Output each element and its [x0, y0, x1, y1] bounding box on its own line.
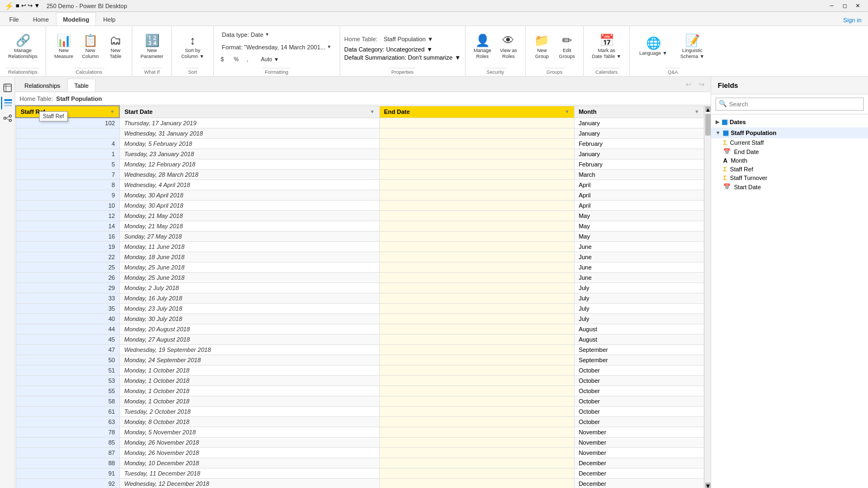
cell-month: August: [574, 324, 704, 335]
data-type-dropdown[interactable]: Data type: Date ▼: [218, 29, 335, 40]
col-header-staff-ref[interactable]: Staff Ref ▼: [16, 106, 119, 118]
undo-button[interactable]: ↩: [682, 79, 694, 90]
edit-groups-button[interactable]: ✏ EditGroups: [555, 30, 579, 64]
field-item-start-date[interactable]: 📅 Start Date: [711, 182, 868, 191]
view-as-roles-button[interactable]: 👁 View asRoles: [496, 30, 521, 64]
table-row: 5Monday, 12 February 2018February: [16, 159, 704, 170]
new-column-icon: 📋: [83, 35, 98, 47]
format-dropdown[interactable]: Format: "Wednesday, 14 March 2001... ▼: [218, 42, 335, 53]
cell-end-date: [379, 159, 574, 170]
sidebar-icon-relationships[interactable]: [1, 112, 14, 125]
edit-groups-icon: ✏: [562, 35, 572, 47]
percent-button[interactable]: %: [231, 54, 242, 65]
data-type-label: Data type: Date: [222, 31, 263, 38]
tab-home[interactable]: Home: [26, 12, 56, 25]
linguistic-schema-button[interactable]: 📝 LinguisticSchema ▼: [673, 30, 711, 64]
new-group-button[interactable]: 📁 NewGroup: [530, 30, 554, 64]
sign-in-link[interactable]: Sign in: [837, 15, 868, 25]
auto-button[interactable]: Auto ▼: [257, 54, 283, 65]
field-group-staff-population-header[interactable]: ▼ ▦ Staff Population: [711, 127, 868, 138]
dates-expand-icon: ▶: [716, 119, 719, 125]
data-area: Relationships Table ↩ ↪ Home Table: Staf…: [15, 77, 711, 488]
tab-table[interactable]: Table: [67, 79, 95, 92]
cell-month: October: [574, 417, 704, 427]
field-item-staff-turnover[interactable]: Σ Staff Turnover: [711, 174, 868, 182]
tab-relationships[interactable]: Relationships: [17, 79, 67, 92]
cell-month: June: [574, 252, 704, 262]
svg-point-8: [9, 119, 11, 121]
redo-button[interactable]: ↪: [695, 79, 707, 90]
mark-as-date-button[interactable]: 📅 Mark asDate Table ▼: [588, 30, 625, 64]
field-item-end-date[interactable]: 📅 End Date: [711, 147, 868, 156]
svg-point-7: [9, 115, 11, 117]
col-header-start-date[interactable]: Start Date ▼: [119, 106, 379, 118]
linguistic-schema-label: LinguisticSchema ▼: [680, 48, 704, 60]
field-item-month[interactable]: A Month: [711, 156, 868, 165]
manage-relationships-button[interactable]: 🔗 ManageRelationships: [4, 30, 41, 64]
field-group-dates-header[interactable]: ▶ ▦ Dates: [711, 117, 868, 127]
close-button[interactable]: ✕: [852, 2, 864, 10]
new-measure-button[interactable]: 📊 NewMeasure: [50, 30, 77, 64]
field-item-staff-ref[interactable]: Σ Staff Ref: [711, 165, 868, 174]
cell-end-date: [379, 417, 574, 427]
minimize-button[interactable]: ─: [826, 2, 838, 10]
tab-file[interactable]: File: [2, 12, 26, 25]
calculations-buttons: 📊 NewMeasure 📋 NewColumn 🗂 NewTable: [50, 26, 127, 68]
table-row: 14Monday, 21 May 2018May: [16, 221, 704, 232]
ribbon-group-groups: 📁 NewGroup ✏ EditGroups Groups: [526, 26, 584, 76]
sidebar-icon-report[interactable]: [1, 81, 14, 94]
cell-staff-ref: 4: [16, 139, 119, 149]
comma-button[interactable]: ,: [244, 54, 255, 65]
currency-button[interactable]: $: [218, 54, 229, 65]
cell-staff-ref: 61: [16, 407, 119, 417]
start-date-field-icon: 📅: [723, 183, 731, 190]
new-parameter-button[interactable]: 🔢 NewParameter: [137, 30, 167, 64]
restore-button[interactable]: ◻: [839, 2, 851, 10]
cell-staff-ref: 12: [16, 211, 119, 221]
sort-by-column-button[interactable]: ↕ Sort byColumn ▼: [176, 30, 209, 64]
manage-roles-button[interactable]: 👤 ManageRoles: [470, 30, 495, 64]
cell-end-date: [379, 304, 574, 314]
cell-end-date: [379, 458, 574, 468]
new-table-button[interactable]: 🗂 NewTable: [104, 30, 127, 64]
tab-help[interactable]: Help: [96, 12, 123, 25]
tab-modeling[interactable]: Modeling: [56, 12, 96, 25]
sidebar-icon-data[interactable]: [1, 97, 14, 110]
field-item-current-staff[interactable]: Σ Current Staff: [711, 138, 868, 147]
cell-start-date: Monday, 8 October 2018: [119, 417, 379, 427]
cell-staff-ref: 51: [16, 365, 119, 376]
cell-start-date: Monday, 21 May 2018: [119, 211, 379, 221]
col-header-end-date[interactable]: End Date ▼: [379, 106, 574, 118]
cell-end-date: [379, 170, 574, 180]
cell-start-date: Monday, 1 October 2018: [119, 376, 379, 386]
table-row: 33Monday, 16 July 2018July: [16, 293, 704, 304]
table-row: 1Tuesday, 23 January 2018January: [16, 149, 704, 159]
cell-end-date: [379, 293, 574, 304]
cell-start-date: Tuesday, 11 December 2018: [119, 468, 379, 479]
cell-end-date: [379, 283, 574, 293]
col-header-month[interactable]: Month ▼: [574, 106, 704, 118]
calendars-buttons: 📅 Mark asDate Table ▼: [588, 26, 625, 68]
cell-end-date: [379, 262, 574, 273]
dates-group-label: Dates: [730, 119, 746, 125]
table-row: 35Monday, 23 July 2018July: [16, 304, 704, 314]
cell-end-date: [379, 324, 574, 335]
new-column-button[interactable]: 📋 NewColumn: [78, 30, 103, 64]
fields-search-input[interactable]: [716, 98, 864, 111]
table-row: 50Monday, 24 September 2018September: [16, 355, 704, 365]
cell-start-date: Monday, 1 October 2018: [119, 386, 379, 396]
staff-population-table-icon: ▦: [723, 129, 729, 137]
vertical-scrollbar[interactable]: ▲ ▼: [704, 105, 711, 488]
language-button[interactable]: 🌐 Language ▼: [634, 30, 672, 64]
cell-month: April: [574, 190, 704, 201]
cell-end-date: [379, 180, 574, 190]
table-row: 55Monday, 1 October 2018October: [16, 386, 704, 396]
home-table-dropdown[interactable]: Staff Population ▼: [380, 34, 437, 44]
table-row: 85Monday, 26 November 2018November: [16, 438, 704, 448]
cell-end-date: [379, 211, 574, 221]
cell-month: July: [574, 283, 704, 293]
table-row: 12Monday, 21 May 2018May: [16, 211, 704, 221]
ribbon-group-whatif: 🔢 NewParameter What If: [132, 26, 172, 76]
cell-month: May: [574, 221, 704, 232]
table-container[interactable]: Staff Ref ▼ Start Date ▼: [15, 105, 704, 488]
